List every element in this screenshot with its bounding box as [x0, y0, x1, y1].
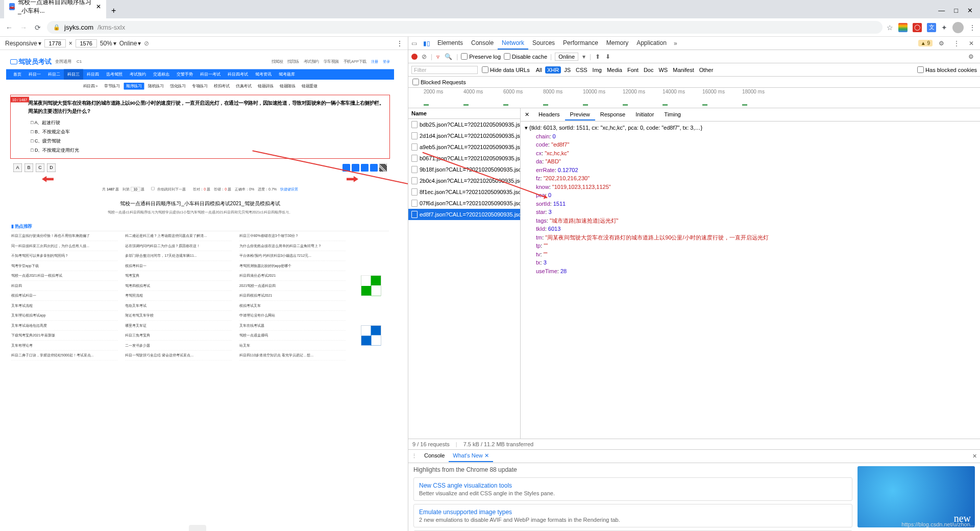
question-option[interactable]: □ D、不按规定使用灯光 [15, 146, 385, 155]
nav-item[interactable]: 交通标志 [150, 69, 173, 80]
answer-button[interactable]: A [13, 163, 22, 172]
question-option[interactable]: □ A、超速行驶 [15, 118, 385, 127]
device-icon[interactable]: ▮▯ [420, 40, 433, 47]
network-request-row[interactable]: a9eb5.json?CALL=?20210205090935.json [408, 141, 520, 153]
throttle-caret-icon[interactable]: ▾ [581, 53, 586, 60]
detail-tab[interactable]: Response [595, 109, 631, 120]
network-request-row[interactable]: 2d1d4.json?CALL=?20210205090935.json [408, 130, 520, 141]
maximize-button[interactable]: □ [954, 7, 958, 14]
inspect-icon[interactable]: ▭ [408, 40, 420, 47]
devtools-panel-tab[interactable]: Console [467, 37, 498, 50]
forward-button[interactable]: → [18, 23, 29, 32]
subnav-item[interactable]: 错题随练 [277, 83, 298, 90]
filter-type[interactable]: All [534, 66, 544, 74]
hot-link[interactable]: 驾考宝典 [125, 271, 231, 281]
hot-link[interactable]: 科目三免考宝典 [125, 330, 231, 341]
hide-urls-checkbox[interactable]: Hide data URLs [482, 66, 530, 73]
drawer-close-icon[interactable]: ✕ [969, 453, 980, 460]
reload-button[interactable]: ⟳ [33, 23, 43, 32]
feature-card[interactable]: New CSS angle visualization toolsBetter … [413, 477, 852, 501]
filter-type[interactable]: Manifest [671, 66, 696, 74]
hot-link[interactable]: 驾校一点通直播吗 [239, 330, 346, 341]
detail-tab[interactable]: Headers [533, 109, 565, 120]
list-icon[interactable] [361, 164, 369, 172]
hot-link[interactable]: 考驾照测验题比较好的app是哪个 [239, 261, 346, 271]
top-link[interactable]: 找陪练 [287, 59, 299, 64]
clear-icon[interactable]: ⊘ [421, 53, 428, 60]
devtools-panel-tab[interactable]: Network [498, 37, 528, 50]
chat-icon[interactable] [370, 164, 378, 172]
filter-type[interactable]: Media [605, 66, 624, 74]
network-request-row[interactable]: 2b0c4.json?CALL=?20210205090935.json [408, 175, 520, 186]
hot-link[interactable]: 模拟考试叉车 [239, 301, 346, 311]
answer-button[interactable]: D [47, 163, 56, 172]
subnav-item[interactable]: 科目四 > [81, 83, 101, 90]
hot-link[interactable]: 驾校一点通2021科目一模拟考试 [11, 271, 117, 281]
devtools-panel-tab[interactable]: Elements [433, 37, 467, 50]
subnav-item[interactable]: 专项练习 [189, 83, 210, 90]
prev-arrow-button[interactable] [42, 176, 54, 182]
hot-link[interactable]: 站叉车 [239, 341, 346, 351]
menu-icon[interactable]: ⋮ [969, 23, 976, 32]
drawer-tab[interactable]: What's New ✕ [449, 450, 493, 462]
network-request-row[interactable]: bdb25.json?CALL=?20210205090935.json [408, 119, 520, 130]
hot-link[interactable]: 申请理论没有什么网站 [239, 310, 346, 321]
subnav-item[interactable]: 错题训练 [255, 83, 276, 90]
nav-item[interactable]: 科目二 [44, 69, 64, 80]
next-arrow-button[interactable] [347, 176, 358, 182]
devtools-menu-icon[interactable]: ⋮ [950, 40, 963, 47]
zoom-select[interactable]: 50% ▾ [100, 40, 116, 47]
nav-item[interactable]: 交警手势 [173, 69, 197, 80]
subnav-item[interactable]: 顺序练习 [124, 83, 144, 90]
network-request-row[interactable]: 9b18f.json?CALL=?20210205090935.json [408, 164, 520, 175]
device-select[interactable]: Responsive ▾ [5, 40, 41, 47]
devtools-panel-tab[interactable]: Performance [559, 37, 602, 50]
hot-link[interactable]: 还在强调约问约科目二为什么挂？原因都在这！ [125, 241, 231, 251]
header-tag[interactable]: 全国通用 [55, 59, 71, 65]
filter-type[interactable]: Img [591, 66, 604, 74]
hot-link[interactable]: 模拟考科目一 [125, 261, 231, 271]
hot-link[interactable]: 叉车考试场地包括高度 [11, 321, 117, 331]
subnav-item[interactable]: 模拟考试 [211, 83, 232, 90]
hot-link[interactable]: 哪里考叉车证 [125, 321, 231, 331]
hot-link[interactable]: 平台体检/预约 约科技科目3小编选出7212元... [239, 251, 346, 261]
nav-item[interactable]: 驾考题库 [275, 69, 299, 80]
devtools-panel-tab[interactable]: Memory [602, 37, 632, 50]
extensions-icon[interactable]: ✦ [941, 23, 947, 32]
network-request-row[interactable]: b0671.json?CALL=?20210205090935.json [408, 153, 520, 164]
nav-item[interactable]: 科目三 [64, 69, 83, 80]
filter-type[interactable]: Doc [642, 66, 656, 74]
hot-link[interactable]: 不知考驾照可以来多拿别的驾照吗？ [11, 251, 117, 261]
hot-link[interactable]: 电动叉车考试 [125, 301, 231, 311]
nav-item[interactable]: 科目一考试 [197, 69, 224, 80]
filter-type[interactable]: CSS [574, 66, 590, 74]
detail-tab[interactable]: Timing [659, 109, 686, 120]
top-link[interactable]: 找驾校 [272, 59, 283, 64]
throttle-dropdown[interactable]: Online [555, 53, 578, 61]
hot-link[interactable]: 下载驾考宝典2021年最新版 [11, 330, 117, 341]
hot-link[interactable]: 科目四满分必考试2021 [239, 271, 346, 281]
feature-card[interactable]: Emulate unsupported image types2 new emu… [413, 504, 852, 527]
hot-link[interactable]: 二一发书多少题 [125, 341, 231, 351]
header-tag[interactable]: C1 [77, 59, 82, 65]
cloud-icon[interactable] [342, 164, 350, 172]
hot-link[interactable]: 驾考学堂app下载 [11, 261, 117, 271]
settings-icon[interactable]: ⚙ [936, 40, 947, 47]
network-request-row[interactable]: 8f1ec.json?CALL=?20210205090935.json [408, 186, 520, 198]
auth-link[interactable]: 注册 [371, 59, 378, 64]
hot-link[interactable]: 叉车考试流程 [11, 301, 117, 311]
subnav-item[interactable]: 错题重做 [299, 83, 320, 90]
nav-item[interactable]: 科目四 [83, 69, 103, 80]
hot-link[interactable]: 考驾照流程 [125, 291, 231, 301]
profile-icon[interactable] [952, 22, 964, 33]
detail-tab[interactable]: Preview [565, 109, 595, 120]
rotate-icon[interactable]: ⊘ [144, 40, 149, 47]
json-preview[interactable]: ▾ {tkId: 6013, sortId: 1511, cx: "xc,hc,… [521, 122, 980, 439]
hot-link[interactable]: 科目一驾驶技巧全总结 背会这些考试要点... [125, 350, 231, 360]
more-panels-icon[interactable]: » [671, 40, 680, 47]
subnav-item[interactable]: 章节练习 [102, 83, 122, 90]
browser-tab[interactable]: 🚗 驾校一点通科目四顺序练习_小车科... ✕ [4, 0, 106, 18]
preserve-log-checkbox[interactable]: Preserve log [461, 53, 501, 60]
hot-link[interactable]: 科目二身子口诀，掌握这些轻松5000起！考试要点... [11, 350, 117, 360]
network-timeline[interactable]: 2000 ms4000 ms6000 ms8000 ms10000 ms1200… [408, 88, 980, 108]
